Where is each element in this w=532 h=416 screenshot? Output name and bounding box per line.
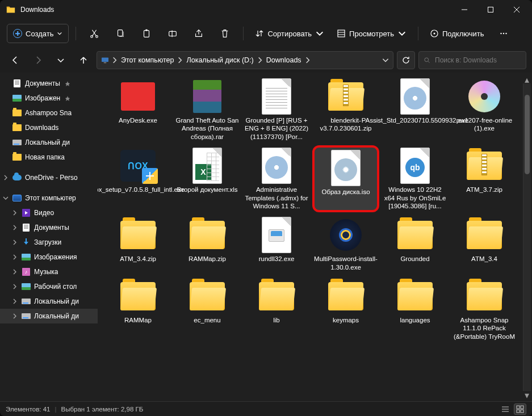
- qbittorrent-icon: qb: [394, 148, 436, 184]
- file-item[interactable]: Ashampoo Snap 11.1.0 RePack (&Portable) …: [451, 276, 518, 343]
- sidebar-item[interactable]: Изображен: [0, 91, 98, 106]
- file-label: ec_menu: [194, 316, 220, 324]
- sidebar-item-label: Документы: [25, 79, 60, 87]
- file-item[interactable]: PAssist_Std_20230710.5509932.exe: [382, 76, 449, 143]
- file-item[interactable]: ATM_3.7.zip: [451, 145, 518, 212]
- view-button[interactable]: Просмотреть: [332, 24, 411, 43]
- file-item[interactable]: keymaps: [312, 276, 379, 343]
- sidebar-item-label: Загрузки: [34, 238, 61, 246]
- new-button[interactable]: Создать: [7, 24, 69, 43]
- sidebar-item-label: Этот компьютер: [25, 194, 76, 202]
- file-item[interactable]: Grounded [P] [RUS + ENG + 8 ENG] (2022) …: [243, 76, 310, 143]
- svg-rect-0: [488, 7, 493, 12]
- sidebar[interactable]: ДокументыИзображенAshampoo SnaDownloadsЛ…: [0, 73, 98, 401]
- drive-icon: [22, 312, 31, 321]
- file-item[interactable]: XВторой документ.xls: [174, 145, 241, 212]
- cut-button[interactable]: [83, 24, 106, 43]
- file-item[interactable]: RAMMap.zip: [174, 215, 241, 274]
- sidebar-onedrive[interactable]: OneDrive - Perso: [0, 170, 98, 185]
- file-item[interactable]: Grounded: [382, 215, 449, 274]
- zip-icon: [463, 148, 505, 184]
- svg-rect-19: [517, 410, 520, 413]
- file-item[interactable]: AnyDesk.exe: [104, 76, 171, 143]
- forward-button[interactable]: [28, 51, 48, 70]
- breadcrumb-item[interactable]: Этот компьютер: [119, 56, 176, 64]
- file-item[interactable]: ec_menu: [174, 276, 241, 343]
- folder-icon: [12, 153, 22, 162]
- svg-point-11: [502, 33, 504, 34]
- chevron-down-icon[interactable]: [382, 56, 389, 64]
- breadcrumb-item[interactable]: Downloads: [264, 56, 304, 64]
- file-item[interactable]: MultiPassword-install-1.30.0.exe: [312, 215, 379, 274]
- folder-icon: [12, 123, 22, 132]
- search-input[interactable]: [434, 56, 521, 65]
- file-item[interactable]: ATM_3.4.zip: [104, 215, 171, 274]
- recent-button[interactable]: [51, 51, 70, 70]
- copy-button[interactable]: [109, 24, 132, 43]
- breadcrumb[interactable]: Этот компьютер Локальный диск (D:) Downl…: [97, 51, 393, 69]
- file-item[interactable]: ՈOXnox_setup_v7.0.5.8_full_intl.exe: [104, 145, 171, 212]
- sidebar-item[interactable]: Downloads: [0, 120, 98, 135]
- mount-button[interactable]: Подключить: [425, 24, 489, 43]
- file-pane[interactable]: AnyDesk.exeGrand Theft Auto San Andreas …: [98, 73, 532, 401]
- scroll-thumb[interactable]: [525, 95, 530, 174]
- close-button[interactable]: [504, 0, 530, 19]
- file-item[interactable]: pw1207-free-online (1).exe: [451, 76, 518, 143]
- file-item[interactable]: qbWindows 10 22H2 x64 Rus by OnSmiLe [19…: [382, 145, 449, 212]
- address-row: Этот компьютер Локальный диск (D:) Downl…: [0, 48, 532, 73]
- sidebar-item-label: Изображен: [25, 94, 60, 102]
- multipassword-icon: [325, 217, 367, 253]
- rename-button[interactable]: [161, 24, 184, 43]
- back-button[interactable]: [6, 51, 25, 70]
- up-button[interactable]: [74, 51, 93, 70]
- delete-button[interactable]: [213, 24, 236, 43]
- file-item[interactable]: rundll32.exe: [243, 215, 310, 274]
- file-item[interactable]: Administrative Templates (.admx) for Win…: [243, 145, 310, 212]
- maximize-button[interactable]: [477, 0, 504, 19]
- sidebar-item[interactable]: Ashampoo Sna: [0, 106, 98, 120]
- sidebar-thispc[interactable]: Этот компьютер: [0, 191, 98, 205]
- sort-button[interactable]: Сортировать: [250, 24, 329, 43]
- share-button[interactable]: [187, 24, 210, 43]
- file-item[interactable]: Образ диска.iso: [312, 145, 379, 212]
- details-view-button[interactable]: [499, 404, 512, 415]
- svg-rect-7: [338, 30, 345, 37]
- sidebar-item[interactable]: Загрузки: [0, 235, 98, 250]
- minimize-button[interactable]: [451, 0, 477, 19]
- sidebar-item[interactable]: Рабочий стол: [0, 279, 98, 294]
- svg-point-10: [500, 33, 501, 34]
- file-label: Grounded [P] [RUS + ENG + 8 ENG] (2022) …: [244, 116, 309, 141]
- folder-icon: [12, 108, 22, 117]
- icons-view-button[interactable]: [514, 404, 526, 415]
- sidebar-item[interactable]: Новая папка: [0, 150, 98, 165]
- sidebar-item-label: Ashampoo Sna: [25, 109, 72, 117]
- sidebar-item[interactable]: Изображения: [0, 250, 98, 264]
- file-label: Administrative Templates (.admx) for Win…: [244, 186, 309, 210]
- sidebar-item[interactable]: Документы: [0, 76, 98, 91]
- file-item[interactable]: blenderkit-v3.7.0.230601.zip: [312, 76, 379, 143]
- scroll-down-icon[interactable]: ▾: [523, 391, 531, 399]
- file-item[interactable]: lib: [243, 276, 310, 343]
- refresh-button[interactable]: [397, 51, 415, 69]
- sidebar-item-label: Локальный ди: [25, 138, 70, 146]
- sidebar-item[interactable]: Видео: [0, 205, 98, 220]
- sidebar-item[interactable]: Локальный ди: [0, 135, 98, 150]
- paste-button[interactable]: [135, 24, 158, 43]
- file-item[interactable]: ATM_3.4: [451, 215, 518, 274]
- file-label: Образ диска.iso: [321, 188, 370, 196]
- sidebar-item[interactable]: Локальный ди: [0, 309, 98, 323]
- document-icon: [12, 79, 22, 88]
- sidebar-item[interactable]: Локальный ди: [0, 294, 98, 309]
- search-box[interactable]: [418, 51, 526, 69]
- file-item[interactable]: RAMMap: [104, 276, 171, 343]
- file-item[interactable]: languages: [382, 276, 449, 343]
- vertical-scrollbar[interactable]: ▴ ▾: [523, 75, 531, 399]
- sidebar-item[interactable]: ♪Музыка: [0, 264, 98, 279]
- more-button[interactable]: [492, 24, 515, 43]
- scroll-up-icon[interactable]: ▴: [523, 75, 531, 83]
- breadcrumb-item[interactable]: Локальный диск (D:): [184, 56, 255, 64]
- sidebar-item[interactable]: Документы: [0, 220, 98, 235]
- picture-icon: [22, 253, 31, 262]
- file-item[interactable]: Grand Theft Auto San Andreas (Полная сбо…: [174, 76, 241, 143]
- picture-icon: [12, 94, 22, 103]
